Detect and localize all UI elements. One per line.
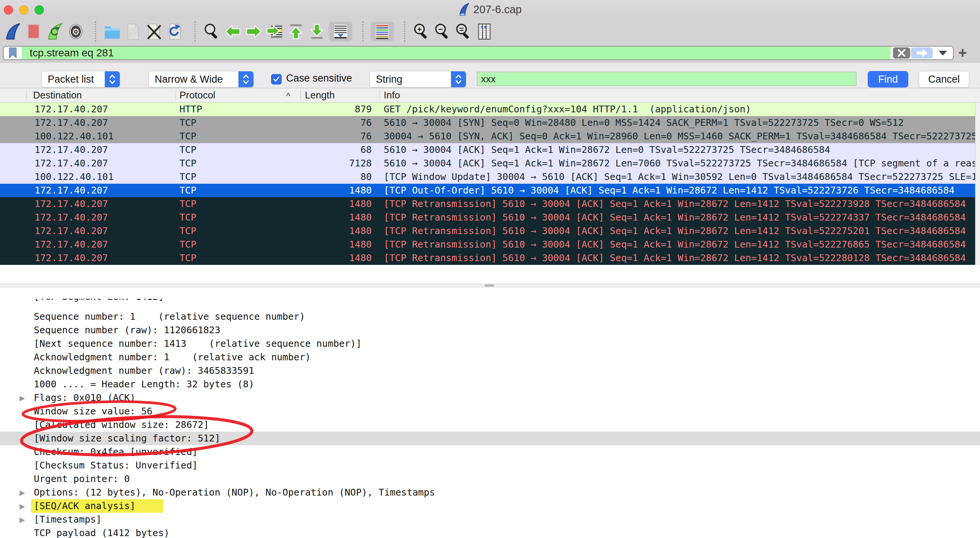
packet-destination: 172.17.40.207	[35, 224, 108, 238]
packet-row[interactable]: 172.17.40.207TCP1480[TCP Retransmission]…	[0, 251, 980, 265]
expander-triangle-icon[interactable]: ▶	[19, 513, 25, 526]
column-header-info[interactable]: Info	[384, 88, 400, 102]
zoom-in-icon[interactable]: +	[412, 22, 430, 42]
detail-tree-line[interactable]: Urgent pointer: 0	[0, 472, 980, 486]
display-filter-field[interactable]: tcp.stream eq 281	[3, 46, 954, 60]
zoom-out-icon[interactable]: −	[433, 22, 451, 42]
packet-protocol: TCP	[180, 184, 196, 197]
packet-list-header: Destination Protocol ^ Length Info	[0, 88, 980, 102]
detail-line-text: [Timestamps]	[34, 513, 102, 526]
detail-tree-line[interactable]: Acknowledgment number (raw): 3465833591	[0, 364, 980, 378]
detail-tree-line[interactable]: [Checksum Status: Unverified]	[0, 459, 980, 472]
reload-file-icon[interactable]: 010100110101110	[166, 22, 185, 42]
add-filter-button[interactable]: +	[958, 44, 967, 62]
auto-scroll-icon[interactable]	[329, 22, 352, 42]
close-file-icon[interactable]: 010100110101110	[145, 22, 163, 42]
restart-capture-icon[interactable]	[46, 22, 64, 42]
capture-options-icon[interactable]: ⚙	[67, 22, 85, 42]
detail-tree-line[interactable]: ▶Options: (12 bytes), No-Operation (NOP)…	[0, 486, 980, 499]
filter-bookmark-icon[interactable]	[4, 46, 22, 59]
detail-tree-line[interactable]: Window size value: 56	[0, 405, 980, 418]
find-button[interactable]: Find	[868, 71, 908, 88]
expander-triangle-icon[interactable]: ▶	[19, 391, 25, 405]
select-chevrons-icon	[239, 71, 253, 87]
column-divider[interactable]	[301, 90, 301, 101]
packet-row[interactable]: 172.17.40.207TCP1480[TCP Out-Of-Order] 5…	[0, 184, 980, 197]
next-packet-icon[interactable]	[245, 22, 263, 42]
column-header-length[interactable]: Length	[305, 88, 335, 102]
detail-line-text: Acknowledgment number: 1 (relative ack n…	[34, 351, 311, 364]
find-packet-icon[interactable]	[203, 22, 221, 42]
packet-row[interactable]: 172.17.40.207TCP685610 → 30004 [ACK] Seq…	[0, 143, 980, 156]
last-packet-icon[interactable]	[308, 22, 326, 42]
packet-list-scrollbar[interactable]	[975, 102, 980, 265]
select-chevrons-icon	[451, 71, 466, 87]
packet-protocol: TCP	[180, 116, 196, 129]
wireshark-app-icon	[458, 3, 470, 16]
detail-tree-line[interactable]: Sequence number (raw): 1120661823	[0, 324, 980, 337]
detail-tree-line[interactable]: 1000 .... = Header Length: 32 bytes (8)	[0, 378, 980, 391]
stop-capture-icon[interactable]	[25, 22, 43, 42]
packet-length: 7128	[297, 156, 372, 170]
expander-triangle-icon[interactable]: ▶	[19, 486, 25, 499]
packet-protocol: TCP	[180, 143, 196, 156]
first-packet-icon[interactable]	[287, 22, 305, 42]
detail-tree-line[interactable]: Acknowledgment number: 1 (relative ack n…	[0, 351, 980, 364]
detail-tree-line[interactable]: TCP payload (1412 bytes)	[0, 526, 980, 538]
resize-columns-icon[interactable]	[476, 22, 493, 42]
column-divider[interactable]	[26, 90, 27, 101]
packet-info: [TCP Retransmission] 5610 → 30004 [ACK] …	[384, 251, 980, 265]
colorize-packets-icon[interactable]	[371, 22, 394, 42]
previous-packet-icon[interactable]	[224, 22, 242, 42]
packet-info: [TCP Retransmission] 5610 → 30004 [ACK] …	[384, 238, 980, 251]
filter-clear-button[interactable]	[893, 47, 910, 59]
wireshark-start-capture-icon[interactable]	[4, 22, 22, 42]
detail-tree-line[interactable]: ▶[Timestamps]	[0, 513, 980, 526]
detail-tree-line[interactable]: [Next sequence number: 1413 (relative se…	[0, 337, 980, 351]
detail-tree-line[interactable]: [Calculated window size: 28672]	[0, 418, 980, 432]
search-scope-select[interactable]: Packet list	[41, 71, 120, 88]
open-file-icon[interactable]	[103, 22, 121, 42]
save-file-icon[interactable]: 010100110101110	[124, 22, 142, 42]
filter-history-caret-icon[interactable]	[939, 51, 947, 56]
detail-line-text: Options: (12 bytes), No-Operation (NOP),…	[34, 486, 435, 499]
case-sensitive-checkbox[interactable]	[271, 74, 282, 85]
detail-line-text: Urgent pointer: 0	[34, 472, 130, 486]
cancel-button[interactable]: Cancel	[919, 71, 969, 88]
packet-row[interactable]: 172.17.40.207TCP1480[TCP Retransmission]…	[0, 197, 980, 211]
packet-row[interactable]: 172.17.40.207TCP71285610 → 30004 [ACK] S…	[0, 156, 980, 170]
detail-tree-line[interactable]: Sequence number: 1 (relative sequence nu…	[0, 310, 980, 324]
find-input[interactable]: xxx	[477, 72, 856, 86]
detail-tree-line[interactable]: [TCP Segment Len: 1412]	[0, 299, 980, 303]
detail-tree-line[interactable]: ▶[SEQ/ACK analysis]	[0, 499, 980, 513]
expander-triangle-icon[interactable]: ▶	[19, 499, 25, 513]
column-divider[interactable]	[176, 90, 176, 101]
filter-apply-button[interactable]	[911, 47, 933, 59]
packet-row[interactable]: 100.122.40.101TCP80[TCP Window Update] 3…	[0, 170, 980, 184]
display-filter-input[interactable]: tcp.stream eq 281	[30, 47, 114, 59]
display-filter-input-area[interactable]: tcp.stream eq 281	[22, 46, 891, 59]
packet-row[interactable]: 172.17.40.207TCP765610 → 30004 [SYN] Seq…	[0, 116, 980, 129]
packet-row[interactable]: 172.17.40.207TCP1480[TCP Retransmission]…	[0, 238, 980, 251]
detail-tree-line[interactable]: [Window size scaling factor: 512]	[0, 432, 980, 445]
column-header-destination[interactable]: Destination	[33, 88, 82, 102]
column-header-protocol[interactable]: Protocol	[180, 88, 215, 102]
detail-line-text: [Next sequence number: 1413 (relative se…	[34, 337, 361, 351]
column-divider[interactable]	[380, 90, 380, 101]
packet-row[interactable]: 172.17.40.207TCP1480[TCP Retransmission]…	[0, 224, 980, 238]
detail-line-text: Flags: 0x010 (ACK)	[34, 391, 135, 405]
detail-tree-line[interactable]: Checksum: 0x4fea [unverified]	[0, 445, 980, 459]
filter-bar: tcp.stream eq 281 +	[0, 44, 980, 62]
packet-row[interactable]: 100.122.40.101TCP7630004 → 5610 [SYN, AC…	[0, 129, 980, 143]
packet-row[interactable]: 172.17.40.207HTTP879GET /pick/keyword/en…	[0, 102, 980, 116]
zoom-reset-icon[interactable]: =	[454, 22, 473, 42]
go-to-packet-icon[interactable]	[266, 22, 284, 42]
splitter-grip-icon[interactable]	[484, 284, 494, 287]
toolbar-separator	[194, 21, 196, 42]
packet-protocol: TCP	[180, 197, 196, 211]
search-type-select[interactable]: String	[369, 71, 466, 88]
detail-tree-line[interactable]: ▶Flags: 0x010 (ACK)	[0, 391, 980, 405]
packet-row[interactable]: 172.17.40.207TCP1480[TCP Retransmission]…	[0, 211, 980, 224]
pane-splitter[interactable]	[0, 284, 980, 287]
char-width-select[interactable]: Narrow & Wide	[148, 71, 254, 88]
